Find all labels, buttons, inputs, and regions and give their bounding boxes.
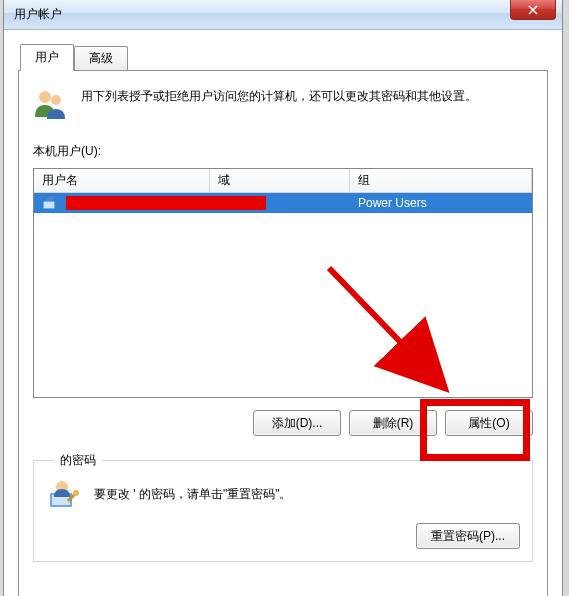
tab-users-label: 用户 [35,50,59,64]
svg-point-0 [39,91,51,103]
password-legend: 的密码 [54,452,102,469]
table-row[interactable]: Power Users [34,193,532,213]
user-row-icon [42,195,58,211]
user-list[interactable]: 用户名 域 组 [33,168,533,398]
cell-username [34,193,210,213]
window-title: 用户帐户 [14,6,62,23]
tab-advanced[interactable]: 高级 [74,46,128,70]
col-username[interactable]: 用户名 [34,169,210,192]
col-domain[interactable]: 域 [210,169,350,192]
password-row: 要更改 ' 的密码，请单击"重置密码"。 [46,477,520,511]
intro-row: 用下列表授予或拒绝用户访问您的计算机，还可以更改其密码和其他设置。 [33,87,533,121]
password-text: 要更改 ' 的密码，请单击"重置密码"。 [94,486,291,503]
password-button-row: 重置密码(P)... [46,523,520,549]
password-groupbox: 的密码 要更改 ' 的密码，请单击"重 [33,460,533,562]
intro-text: 用下列表授予或拒绝用户访问您的计算机，还可以更改其密码和其他设置。 [81,87,477,106]
tab-users[interactable]: 用户 [20,44,74,71]
tab-strip: 用户 高级 [20,44,548,70]
title-bar[interactable]: 用户帐户 [4,0,562,30]
add-button[interactable]: 添加(D)... [253,410,341,436]
col-group[interactable]: 组 [350,169,532,192]
tabs: 用户 高级 用下列表授予或拒绝用户访问您 [18,44,548,596]
user-list-header: 用户名 域 组 [34,169,532,193]
user-list-label: 本机用户(U): [33,143,533,160]
user-buttons-row: 添加(D)... 删除(R) 属性(O) [33,410,533,436]
tab-panel-users: 用下列表授予或拒绝用户访问您的计算机，还可以更改其密码和其他设置。 本机用户(U… [18,70,548,596]
close-icon [528,5,538,15]
cell-group: Power Users [350,193,532,213]
tab-advanced-label: 高级 [89,51,113,65]
svg-rect-3 [44,202,54,208]
svg-point-7 [73,490,79,496]
client-area: 用户 高级 用下列表授予或拒绝用户访问您 [4,30,562,596]
reset-password-button[interactable]: 重置密码(P)... [416,523,520,549]
cell-domain [210,193,350,213]
properties-button[interactable]: 属性(O) [445,410,533,436]
password-icon [46,477,80,511]
svg-point-1 [51,95,61,105]
users-icon [33,87,67,121]
remove-button[interactable]: 删除(R) [349,410,437,436]
close-button[interactable] [510,0,556,20]
user-accounts-dialog: 用户帐户 用户 高级 [3,0,563,596]
